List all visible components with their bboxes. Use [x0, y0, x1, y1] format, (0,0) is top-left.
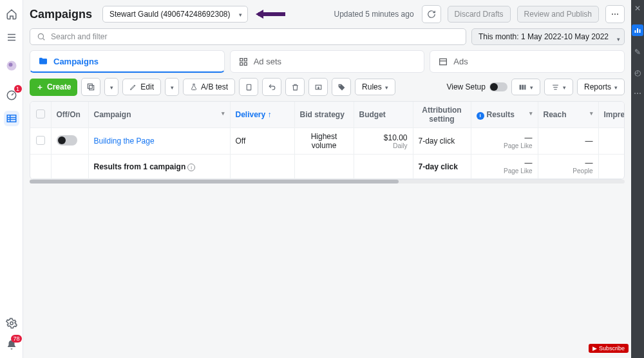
more-button[interactable]: ⋯ [605, 5, 625, 23]
rules-button[interactable]: Rules [355, 79, 395, 95]
chevron-down-icon [614, 82, 618, 91]
th-delivery[interactable]: Delivery ↑ [230, 102, 294, 128]
tab-adsets[interactable]: Ad sets [230, 50, 425, 73]
table-header-row: Off/On Campaign▾ Delivery ↑ Bid strategy… [30, 102, 625, 128]
page-title: Campaigns [30, 8, 92, 21]
tag-button[interactable] [332, 78, 351, 96]
svg-point-4 [8, 63, 12, 67]
updated-text: Updated 5 minutes ago [334, 10, 413, 19]
right-rail: ✕ ✎ ◴ ⋯ [631, 0, 644, 358]
undo-button[interactable] [262, 78, 281, 96]
summary-reach: — People [538, 155, 598, 179]
account-selector[interactable]: Stewart Gauld (490674248692308) [102, 6, 247, 23]
breakdown-icon [551, 83, 560, 91]
table-icon[interactable] [4, 111, 19, 126]
charts-icon[interactable] [632, 24, 643, 36]
home-icon[interactable] [4, 6, 19, 22]
scrollbar-thumb[interactable] [30, 180, 399, 184]
chevron-down-icon [530, 82, 533, 91]
sort-up-icon: ↑ [268, 110, 272, 119]
cell-delivery: Off [230, 128, 294, 155]
delete-button[interactable] [285, 78, 305, 96]
campaign-table: Off/On Campaign▾ Delivery ↑ Bid strategy… [30, 101, 625, 180]
youtube-icon: ▶ [592, 345, 597, 352]
th-results[interactable]: iResults▾ [471, 102, 538, 128]
svg-rect-19 [244, 62, 247, 65]
th-bid[interactable]: Bid strategy [294, 102, 354, 128]
edit-caret[interactable] [165, 78, 179, 96]
row-toggle[interactable] [57, 135, 77, 146]
svg-rect-29 [524, 84, 526, 90]
grid-icon [238, 57, 249, 67]
chevron-down-icon [239, 10, 242, 19]
history-icon[interactable]: ◴ [634, 68, 641, 77]
flask-icon [190, 83, 198, 91]
horizontal-scrollbar[interactable] [30, 180, 625, 184]
svg-point-26 [339, 84, 341, 86]
chevron-down-icon [110, 82, 113, 91]
th-checkbox[interactable] [30, 102, 51, 128]
th-offon[interactable]: Off/On [51, 102, 88, 128]
th-reach[interactable]: Reach▾ [538, 102, 598, 128]
badge: 78 [11, 335, 21, 343]
search-placeholder: Search and filter [51, 32, 107, 41]
create-label: Create [47, 82, 71, 91]
tab-adsets-label: Ad sets [254, 57, 281, 66]
edit-button[interactable]: Edit [122, 79, 161, 95]
left-rail: 1 78 [0, 0, 23, 358]
table-summary-row: Results from 1 campaigni 7-day click — P… [30, 155, 625, 179]
chevron-down-icon [385, 82, 388, 91]
folder-icon [38, 56, 48, 66]
search-input[interactable]: Search and filter [30, 28, 466, 45]
th-campaign[interactable]: Campaign▾ [88, 102, 230, 128]
refresh-button[interactable] [422, 5, 441, 23]
abtest-button[interactable]: A/B test [183, 79, 235, 95]
notifications-icon[interactable]: 78 [4, 337, 19, 353]
export-button[interactable] [308, 78, 328, 96]
chevron-down-icon: ▾ [529, 110, 533, 117]
duplicate-caret[interactable] [104, 78, 118, 96]
subscribe-badge[interactable]: ▶ Subscribe [589, 344, 629, 353]
settings-icon[interactable] [4, 316, 19, 331]
columns-button[interactable] [511, 79, 540, 95]
breakdown-button[interactable] [544, 79, 573, 95]
campaign-name-link[interactable]: Building the Page [94, 137, 155, 146]
columns-icon [518, 83, 527, 91]
cell-budget: $10.00 Daily [354, 128, 413, 155]
edit-label: Edit [140, 82, 154, 91]
svg-rect-20 [440, 59, 447, 64]
copy-button[interactable] [239, 78, 258, 96]
reports-button[interactable]: Reports [577, 79, 625, 95]
chevron-down-icon [563, 82, 566, 91]
gauge-icon[interactable]: 1 [4, 88, 19, 103]
th-attribution[interactable]: Attribution setting [413, 102, 471, 128]
th-impressions[interactable]: Impres [598, 102, 625, 128]
info-icon[interactable]: i [187, 164, 195, 171]
tab-ads[interactable]: Ads [430, 50, 625, 73]
discard-drafts-button[interactable]: Discard Drafts [448, 6, 511, 23]
activity-icon[interactable]: ⋯ [634, 89, 641, 98]
edit-icon[interactable]: ✎ [634, 48, 641, 57]
subscribe-label: Subscribe [599, 345, 625, 352]
reports-label: Reports [584, 82, 611, 91]
close-icon[interactable]: ✕ [634, 4, 641, 13]
rules-label: Rules [362, 82, 382, 91]
cell-reach: — [538, 128, 598, 155]
menu-icon[interactable] [4, 30, 19, 45]
ad-icon [438, 57, 448, 67]
review-publish-button[interactable]: Review and Publish [517, 6, 599, 23]
search-row: Search and filter This month: 1 May 2022… [23, 28, 631, 50]
summary-label: Results from 1 campaigni [88, 155, 230, 179]
date-range-selector[interactable]: This month: 1 May 2022-10 May 2022 [471, 28, 625, 45]
create-button[interactable]: ＋ Create [30, 79, 77, 96]
th-budget[interactable]: Budget [354, 102, 413, 128]
duplicate-button[interactable] [81, 78, 100, 96]
view-setup-toggle[interactable]: View Setup [446, 82, 507, 91]
profile-icon[interactable] [4, 58, 19, 73]
tab-campaigns[interactable]: Campaigns [30, 50, 225, 73]
svg-rect-23 [88, 84, 93, 88]
svg-rect-11 [635, 30, 636, 33]
summary-results: — Page Like [471, 155, 538, 179]
table-row[interactable]: Building the Page Off Highest volume $10… [30, 128, 625, 155]
row-checkbox[interactable] [36, 136, 45, 145]
